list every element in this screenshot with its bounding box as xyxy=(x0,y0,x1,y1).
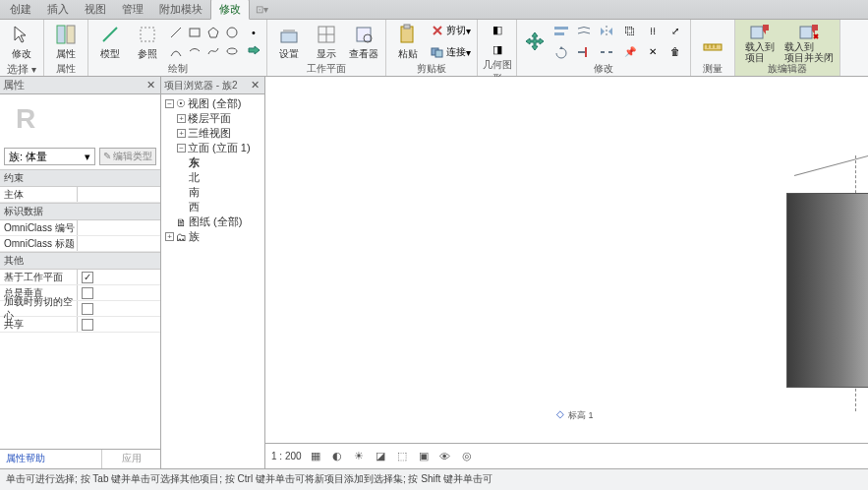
checkbox[interactable] xyxy=(82,319,93,331)
tree-node-floorplan[interactable]: +楼层平面 xyxy=(163,111,262,126)
draw-arc2-icon[interactable] xyxy=(186,42,203,60)
draw-grid xyxy=(167,24,241,60)
svg-rect-24 xyxy=(704,44,722,50)
drawing-canvas[interactable]: 标高 1 1 : 200 ▦ ◐ ☀ ◪ ⬚ ▣ 👁 ◎ xyxy=(265,77,868,468)
draw-arc1-icon[interactable] xyxy=(167,42,185,60)
prop-group-identity[interactable]: 标识数据 xyxy=(0,203,160,220)
prop-group-constraint[interactable]: 约束 xyxy=(0,169,160,187)
ribbon-minimize-icon[interactable]: ⊡▾ xyxy=(256,4,268,15)
sun-path-icon[interactable]: ☀ xyxy=(351,449,367,464)
draw-ellipse-icon[interactable] xyxy=(223,42,241,60)
tab-create[interactable]: 创建 xyxy=(2,0,39,19)
copy-icon[interactable]: ⿻ xyxy=(619,22,641,41)
collapse-icon[interactable]: − xyxy=(165,99,174,108)
reveal-icon[interactable]: ◎ xyxy=(459,449,475,464)
close-icon[interactable]: ✕ xyxy=(248,79,261,92)
draw-spline-icon[interactable] xyxy=(204,42,222,60)
ref-plane-button[interactable]: 参照 xyxy=(130,21,165,62)
prop-row[interactable]: 共享 xyxy=(0,317,160,333)
unpin-icon[interactable]: ✕ xyxy=(642,42,664,62)
edit-type-button[interactable]: ✎ 编辑类型 xyxy=(99,148,156,165)
geom-icon1[interactable]: ◧ xyxy=(489,21,506,38)
expand-icon[interactable]: + xyxy=(165,232,174,241)
draw-pick-icon[interactable] xyxy=(245,42,262,60)
tree-node-south[interactable]: 南 xyxy=(163,185,262,200)
measure-button[interactable] xyxy=(695,21,730,62)
trim-icon[interactable] xyxy=(573,42,595,62)
viewer-button[interactable]: 查看器 xyxy=(346,21,381,62)
tree-node-views[interactable]: −☉ 视图 (全部) xyxy=(163,96,262,111)
ribbon-group-geom: ◧ ◨ 几何图形 xyxy=(478,20,517,76)
checkbox-checked[interactable]: ✓ xyxy=(82,272,93,283)
modify-grid xyxy=(550,22,617,62)
ribbon-group-measure: 测量 xyxy=(691,20,735,76)
draw-rect-icon[interactable] xyxy=(186,24,203,41)
hide-icon[interactable]: 👁 xyxy=(437,449,453,464)
set-workplane-button[interactable]: 设置 xyxy=(271,21,307,62)
scale-icon[interactable]: ⤢ xyxy=(665,22,686,41)
paste-button[interactable]: 粘贴 xyxy=(390,21,426,62)
draw-circle-icon[interactable] xyxy=(223,24,241,41)
tree-node-west[interactable]: 西 xyxy=(163,200,262,215)
tab-view[interactable]: 视图 xyxy=(77,0,114,19)
level-label[interactable]: 标高 1 xyxy=(568,409,594,422)
prop-row[interactable]: 基于工作平面✓ xyxy=(0,270,160,285)
properties-help-link[interactable]: 属性帮助 xyxy=(0,450,101,468)
load-close-button[interactable]: 载入到 项目并关闭 xyxy=(782,21,836,62)
cut-button[interactable]: 剪切 ▾ xyxy=(428,21,473,40)
tree-node-east[interactable]: 东 xyxy=(163,155,262,170)
checkbox[interactable] xyxy=(82,303,93,315)
scale-display[interactable]: 1 : 200 xyxy=(271,451,302,461)
tab-manage[interactable]: 管理 xyxy=(114,0,151,19)
tree-node-families[interactable]: +🗂 族 xyxy=(163,229,262,244)
draw-point-icon[interactable]: • xyxy=(245,24,262,41)
modify-button[interactable]: 修改 xyxy=(4,21,39,62)
load-project-button[interactable]: 载入到 项目 xyxy=(739,21,781,62)
show-workplane-button[interactable]: 显示 xyxy=(309,21,344,62)
join-button[interactable]: 连接 ▾ xyxy=(428,42,473,62)
shadow-icon[interactable]: ◪ xyxy=(373,449,388,464)
array-icon[interactable]: ⁞⁞ xyxy=(642,22,664,41)
offset-icon[interactable] xyxy=(573,22,595,41)
prop-row[interactable]: OmniClass 标题 xyxy=(0,236,160,252)
prop-row[interactable]: 加载时剪切的空心 xyxy=(0,301,160,317)
type-selector[interactable]: 族: 体量▾ xyxy=(4,148,95,165)
crop-icon[interactable]: ⬚ xyxy=(394,449,410,464)
tree-node-elevation[interactable]: −立面 (立面 1) xyxy=(163,141,262,155)
level-marker-icon[interactable] xyxy=(556,407,566,417)
collapse-icon[interactable]: − xyxy=(177,144,186,153)
expand-icon[interactable]: + xyxy=(177,129,186,138)
properties-icon xyxy=(54,23,78,46)
close-icon[interactable]: ✕ xyxy=(144,79,157,92)
prop-row[interactable]: OmniClass 编号 xyxy=(0,220,160,236)
mirror-icon[interactable] xyxy=(596,22,617,41)
tab-modify[interactable]: 修改 xyxy=(210,0,250,20)
properties-button[interactable]: 属性 xyxy=(48,21,84,62)
prop-group-other[interactable]: 其他 xyxy=(0,252,160,270)
delete-icon[interactable]: 🗑 xyxy=(665,42,686,62)
model-mass[interactable] xyxy=(786,193,868,388)
pin-icon[interactable]: 📌 xyxy=(619,42,641,62)
visual-style-icon[interactable]: ◐ xyxy=(329,449,345,464)
tree-node-3d[interactable]: +三维视图 xyxy=(163,126,262,141)
apply-button[interactable]: 应用 xyxy=(101,450,160,468)
checkbox[interactable] xyxy=(82,287,93,299)
prop-row[interactable]: 主体 xyxy=(0,187,160,203)
draw-line-icon[interactable] xyxy=(167,24,185,41)
viewport[interactable]: 标高 1 xyxy=(265,77,868,441)
model-line-button[interactable]: 模型 xyxy=(92,21,128,62)
split-icon[interactable] xyxy=(596,42,617,62)
tab-addins[interactable]: 附加模块 xyxy=(151,0,210,19)
expand-icon[interactable]: + xyxy=(177,114,186,123)
align-icon[interactable] xyxy=(550,22,572,41)
tab-insert[interactable]: 插入 xyxy=(39,0,77,19)
detail-level-icon[interactable]: ▦ xyxy=(308,449,323,464)
tree-node-north[interactable]: 北 xyxy=(163,170,262,185)
move-button[interactable] xyxy=(521,21,549,62)
status-bar: 单击可进行选择; 按 Tab 键并单击可选择其他项目; 按 Ctrl 键并单击可… xyxy=(0,468,868,490)
rotate-icon[interactable] xyxy=(550,42,572,62)
draw-poly-icon[interactable] xyxy=(204,24,222,41)
tree-node-sheets[interactable]: 🗎 图纸 (全部) xyxy=(163,215,262,229)
crop-show-icon[interactable]: ▣ xyxy=(416,449,432,464)
geom-icon2[interactable]: ◨ xyxy=(489,40,506,58)
